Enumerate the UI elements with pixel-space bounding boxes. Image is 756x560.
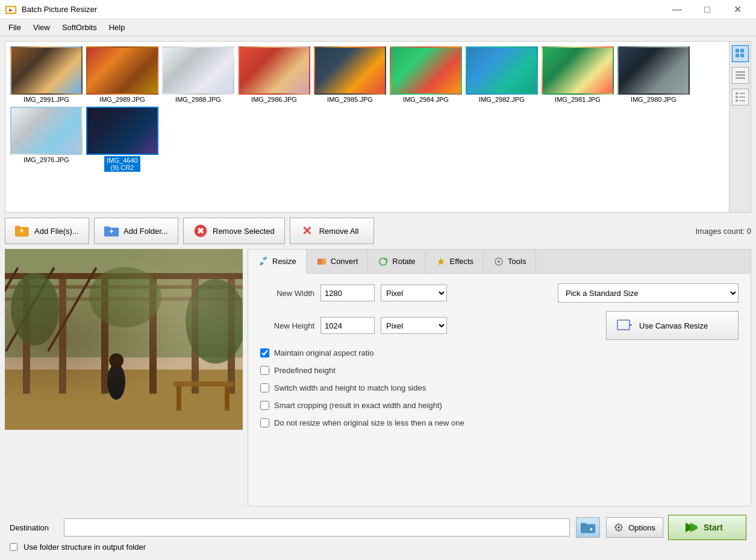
tab-resize[interactable]: Resize [248,250,307,274]
window-title: Batch Picture Resizer [22,5,97,14]
standard-size-select[interactable]: Pick a Standard Size 800x600 1024x768 12… [558,283,739,303]
svg-rect-38 [47,267,97,352]
predefined-height-checkbox[interactable] [260,366,269,375]
bottom-bar: Destination Options [5,511,751,555]
add-folder-button[interactable]: + Add Folder... [94,218,178,244]
svg-rect-25 [5,249,243,357]
gallery-label: IMG_2982.JPG [479,96,525,103]
folder-structure-label: Use folder structure in output folder [23,543,146,552]
svg-rect-36 [5,267,19,352]
gallery-label: IMG_2984.JPG [403,96,449,103]
menu-help[interactable]: Help [103,20,131,34]
gallery-thumb [617,46,690,95]
options-button[interactable]: Options [606,517,663,538]
gallery-label: IMG_2985.JPG [327,96,373,103]
canvas-resize-label: Use Canvas Resize [639,321,708,330]
tab-rotate-label: Rotate [392,257,415,266]
gallery-item[interactable]: IMG_2989.JPG [86,46,158,103]
tabs-row: Resize Convert [248,250,751,274]
tab-effects[interactable]: Effects [426,250,484,273]
title-bar: Batch Picture Resizer — □ ✕ [0,0,756,19]
menu-softorbits[interactable]: SoftOrbits [56,20,103,34]
gallery-item[interactable]: IMG_2991.JPG [10,46,83,103]
svg-rect-8 [736,74,745,76]
gallery-item[interactable]: IMG_2988.JPG [162,46,234,103]
svg-rect-6 [740,54,744,57]
start-button[interactable]: Start [668,515,746,540]
gallery-thumb [10,107,83,155]
menu-view[interactable]: View [27,20,56,34]
svg-rect-34 [5,285,243,289]
preview-svg [5,249,243,430]
svg-rect-27 [23,273,30,394]
height-row: New Height Pixel Percent cm mm inch [260,311,739,340]
effects-tab-icon [436,256,446,267]
maximize-button[interactable]: □ [693,0,721,19]
svg-point-43 [89,267,161,327]
view-thumbnail-btn[interactable] [732,45,749,62]
canvas-resize-button[interactable]: Use Canvas Resize [606,311,739,340]
svg-rect-14 [736,99,738,102]
resize-tab-icon [258,256,269,266]
maintain-aspect-checkbox[interactable] [260,348,269,357]
gallery-item[interactable]: IMG_2981.JPG [542,46,614,103]
menu-file[interactable]: File [2,20,27,34]
view-detail-btn[interactable] [732,89,749,105]
svg-rect-33 [5,273,243,279]
destination-row: Destination Options [10,515,746,540]
minimize-button[interactable]: — [663,0,691,19]
remove-all-button[interactable]: ✕ Remove All [290,218,374,244]
gallery-section: IMG_2991.JPG IMG_2989.JPG IMG_2988.JPG I… [5,41,751,213]
tab-rotate[interactable]: Rotate [368,250,425,273]
tab-resize-label: Resize [272,257,296,266]
gallery-item[interactable]: IMG_4640(9).CR2 [86,107,158,172]
svg-rect-52 [617,320,629,330]
svg-rect-5 [736,54,739,57]
gallery-item[interactable]: IMG_2976.JPG [10,107,83,172]
gallery-item[interactable]: IMG_2980.JPG [617,46,690,103]
destination-input[interactable] [64,518,570,536]
width-row: New Width Pixel Percent cm mm inch Pick … [260,283,739,303]
remove-selected-button[interactable]: ✖ Remove Selected [183,218,285,244]
tab-effects-label: Effects [450,257,474,266]
remove-selected-icon: ✖ [193,224,208,238]
new-height-input[interactable] [320,317,375,334]
svg-rect-13 [739,96,745,98]
preview-image [5,249,243,430]
gallery-label: IMG_2988.JPG [175,96,221,103]
svg-rect-45 [177,386,181,411]
width-unit-select[interactable]: Pixel Percent cm mm inch [381,285,447,301]
gallery-item[interactable]: IMG_2986.JPG [238,46,310,103]
add-files-button[interactable]: + Add File(s)... [5,218,89,244]
svg-rect-28 [59,273,66,394]
new-width-input[interactable] [320,285,375,301]
view-list-btn[interactable] [732,67,749,84]
no-resize-checkbox[interactable] [260,418,269,427]
gallery-thumb [390,46,462,95]
switch-sides-checkbox[interactable] [260,383,269,392]
gallery-item[interactable]: IMG_2982.JPG [466,46,538,103]
gallery-item[interactable]: IMG_2984.JPG [390,46,462,103]
maintain-aspect-label: Maintain original aspect ratio [274,348,373,357]
svg-point-41 [11,273,59,345]
no-resize-label: Do not resize when original size is less… [274,418,464,427]
destination-browse-button[interactable] [576,517,600,538]
predefined-height-label: Predefined height [274,366,336,375]
smart-cropping-checkbox[interactable] [260,401,269,410]
height-unit-select[interactable]: Pixel Percent cm mm inch [381,317,447,334]
folder-structure-checkbox[interactable] [10,543,17,551]
new-height-label: New Height [260,321,314,330]
tab-convert[interactable]: Convert [307,250,369,273]
tab-tools-label: Tools [508,257,526,266]
remove-all-icon: ✕ [300,224,314,238]
close-button[interactable]: ✕ [723,0,751,19]
svg-point-56 [617,526,620,529]
gallery-thumb [86,107,158,155]
svg-point-51 [498,260,500,263]
gallery-item[interactable]: IMG_2985.JPG [314,46,386,103]
svg-text:+: + [109,227,113,236]
window-controls: — □ ✕ [663,0,751,19]
tools-tab-icon [493,256,504,267]
remove-selected-label: Remove Selected [213,227,275,236]
tab-tools[interactable]: Tools [484,250,536,273]
